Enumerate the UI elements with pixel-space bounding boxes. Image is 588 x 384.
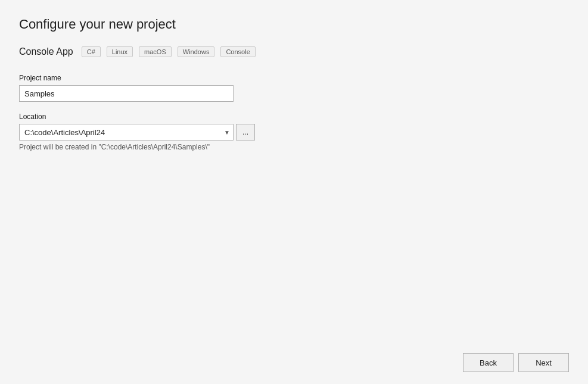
next-button[interactable]: Next bbox=[518, 353, 569, 372]
project-name-label: Project name bbox=[19, 74, 569, 82]
project-name-input[interactable] bbox=[19, 85, 234, 102]
configure-project-page: Configure your new project Console App C… bbox=[0, 0, 588, 384]
back-button[interactable]: Back bbox=[463, 353, 514, 372]
location-group: Location C:\code\Articles\April24 ▼ ... … bbox=[19, 113, 569, 151]
tag-console: Console bbox=[220, 46, 255, 57]
app-type-name: Console App bbox=[19, 46, 73, 57]
tag-linux: Linux bbox=[107, 46, 133, 57]
project-name-group: Project name bbox=[19, 74, 569, 102]
footer: Back Next bbox=[463, 353, 569, 372]
tag-windows: Windows bbox=[178, 46, 215, 57]
location-row: C:\code\Articles\April24 ▼ ... bbox=[19, 124, 569, 141]
location-select-wrapper: C:\code\Articles\April24 ▼ bbox=[19, 124, 234, 141]
app-type-row: Console App C# Linux macOS Windows Conso… bbox=[19, 46, 569, 57]
location-select[interactable]: C:\code\Articles\April24 bbox=[19, 124, 234, 141]
location-label: Location bbox=[19, 113, 569, 121]
tag-macos: macOS bbox=[139, 46, 172, 57]
tag-csharp: C# bbox=[82, 46, 101, 57]
page-title: Configure your new project bbox=[19, 17, 569, 32]
project-path-info: Project will be created in "C:\code\Arti… bbox=[19, 143, 569, 151]
browse-button[interactable]: ... bbox=[236, 124, 255, 141]
